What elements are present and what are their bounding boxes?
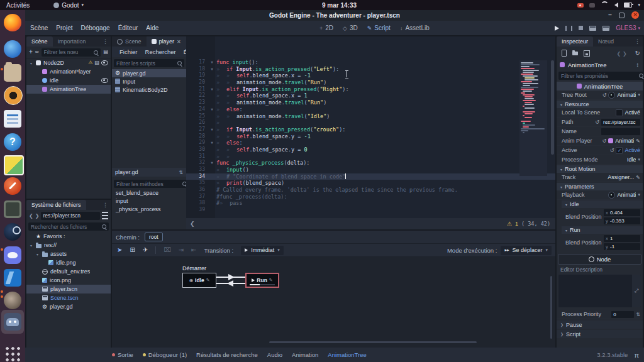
- close-icon[interactable]: ✕: [177, 39, 181, 45]
- wifi-icon[interactable]: [601, 1, 609, 9]
- script-menu-rechercher[interactable]: Rechercher: [145, 48, 176, 55]
- auto-transition-out-icon[interactable]: ⇤: [191, 247, 196, 253]
- process-priority-field[interactable]: 0: [611, 311, 634, 318]
- connect-nodes-icon[interactable]: ✈: [143, 247, 148, 253]
- text-field[interactable]: [601, 128, 640, 135]
- dock-app-writer[interactable]: [4, 110, 21, 128]
- file-tree-item-player-gd[interactable]: ⚙player.gd: [26, 302, 111, 311]
- revert-icon[interactable]: ↺: [595, 119, 599, 125]
- bottom-panel-d-bogueur-1[interactable]: Débogueur (1): [143, 351, 187, 358]
- window-titlebar[interactable]: Godot Engine - The adventurer - player.t…: [25, 10, 644, 21]
- dock-app-screenshot[interactable]: [4, 177, 21, 195]
- dock-app-files[interactable]: [4, 64, 21, 82]
- object-history-icon[interactable]: ↻: [635, 50, 640, 57]
- scene-tree-item-idle[interactable]: idle: [26, 76, 111, 85]
- warning-status[interactable]: ⚠ 1 ( 34, 42): [507, 221, 550, 227]
- load-resource-icon[interactable]: [572, 50, 579, 57]
- dock-app-steam[interactable]: [4, 223, 21, 241]
- dock-app-thunderbird[interactable]: [4, 40, 21, 58]
- code-line-29[interactable]: 29▼»else:: [186, 140, 555, 146]
- code-line-21[interactable]: 21▼»elif Input.is_action_pressed("Right"…: [186, 86, 555, 93]
- script-item-kinematicbody2d[interactable]: KinematicBody2D: [112, 85, 186, 94]
- activities-button[interactable]: Activités: [6, 2, 30, 9]
- revert-icon[interactable]: ↺: [610, 148, 614, 153]
- code-line-36[interactable]: 36# Called every frame. 'delta' is the e…: [186, 187, 555, 194]
- code-line-25[interactable]: 25»»animation_mode.travel("Idle"): [186, 113, 555, 120]
- instance-scene-button[interactable]: ∞: [35, 49, 39, 55]
- code-line-17[interactable]: 17▼func input():: [186, 59, 555, 66]
- battery-icon[interactable]: [624, 3, 632, 8]
- fold-icon[interactable]: ▼: [208, 86, 216, 93]
- bottom-panel-animation[interactable]: Animation: [292, 351, 318, 358]
- scene-filter-input[interactable]: Filtrer les nœu: [42, 48, 101, 57]
- section-root-motion[interactable]: ▾Root Motion: [557, 165, 643, 173]
- dock-app-terminal[interactable]: [4, 200, 21, 218]
- script-tab-scene[interactable]: Scene: [112, 36, 147, 47]
- file-tree-item-res[interactable]: ▾res://: [26, 241, 111, 250]
- edit-icon[interactable]: ✎: [636, 138, 640, 144]
- code-line-20[interactable]: 20»»animation_mode.travel("Run"): [186, 79, 555, 86]
- resource-name[interactable]: Animati: [617, 192, 636, 198]
- revert-icon[interactable]: ↺: [602, 138, 607, 144]
- dock-app-rhythmbox[interactable]: [4, 86, 23, 105]
- code-line-37[interactable]: 37#func _process(delta):: [186, 194, 555, 200]
- vector-field-y[interactable]: y-1: [604, 243, 640, 250]
- script-item-player-gd[interactable]: ⚙player.gd: [112, 69, 186, 77]
- play-custom-scene-button[interactable]: [602, 26, 609, 31]
- bottom-panel-r-sultats-de-recherche[interactable]: Résultats de recherche: [196, 351, 258, 358]
- auto-transition-in-icon[interactable]: ⇥: [179, 247, 184, 253]
- scene-tree-item-animationplayer[interactable]: AnimationPlayer: [26, 67, 111, 76]
- menu-diteur[interactable]: Éditeur: [118, 25, 138, 31]
- collapse-arrow-icon[interactable]: ▾: [35, 252, 40, 256]
- vector-field-x[interactable]: x0.404: [604, 209, 640, 216]
- play-button[interactable]: [555, 26, 559, 31]
- checkbox[interactable]: ✓: [616, 147, 623, 154]
- script-menu-fichier[interactable]: Fichier: [119, 48, 138, 55]
- dock-menu-icon[interactable]: ⋮: [635, 38, 640, 45]
- stop-button[interactable]: [579, 26, 583, 30]
- code-line-35[interactable]: 35»print(blend_space): [186, 180, 555, 187]
- code-line-30[interactable]: 30»»self.blend_space.y = 0: [186, 146, 555, 153]
- vector-field-x[interactable]: x1: [604, 235, 640, 242]
- stepper-icon[interactable]: ⇅: [636, 312, 640, 317]
- file-tree-item-idle-png[interactable]: idle.png: [26, 258, 111, 267]
- workspace-script[interactable]: ✎Script: [367, 25, 391, 31]
- transition-arrows[interactable]: [216, 273, 245, 288]
- chevron-down-icon[interactable]: ▾: [638, 192, 640, 197]
- scene-tree-item-animationtree[interactable]: AnimationTree: [26, 85, 111, 94]
- app-menu[interactable]: Godot ▾: [53, 2, 84, 9]
- code-line-24[interactable]: 24▼»else:: [186, 106, 555, 113]
- code-line-27[interactable]: 27▼»if Input.is_action_pressed("crouch")…: [186, 126, 555, 133]
- current-script-row[interactable]: player.gd ⇅: [112, 168, 186, 177]
- state-node-idle[interactable]: ⊕ Idle ✎: [182, 273, 216, 288]
- code-line-19[interactable]: 19»»self.blend_space.x = -1: [186, 72, 555, 79]
- chevron-down-icon[interactable]: ▾: [638, 157, 640, 162]
- create-node-icon[interactable]: ⊞: [130, 247, 135, 253]
- add-node-button[interactable]: +: [29, 49, 33, 55]
- edit-icon[interactable]: ✎: [269, 278, 273, 283]
- vector-field-y[interactable]: y-0.353: [604, 217, 640, 224]
- scene-tree-item-node2d[interactable]: ▾Node2D⚠▤: [26, 58, 111, 67]
- assign-button[interactable]: Assigner...: [608, 174, 634, 180]
- workspace-assetlib[interactable]: ↓AssetLib: [400, 25, 430, 31]
- fold-icon[interactable]: ▼: [208, 160, 216, 167]
- code-line-28[interactable]: 28»»self.blend_space.y = -1: [186, 133, 555, 140]
- code-line-22[interactable]: 22»»self.blend_space.x = 1: [186, 92, 555, 99]
- dock-app-discord[interactable]: [4, 246, 21, 264]
- delete-node-icon[interactable]: ⌧: [164, 247, 171, 253]
- dock-menu-icon[interactable]: ⋮: [103, 202, 108, 208]
- menu-projet[interactable]: Projet: [56, 25, 72, 31]
- camera-icon[interactable]: [589, 3, 595, 8]
- screen-record-icon[interactable]: [577, 3, 584, 8]
- save-resource-icon[interactable]: [583, 50, 590, 57]
- file-tree-item-default-env-tres[interactable]: default_env.tres: [26, 267, 111, 276]
- menu-sc-ne[interactable]: Scène: [30, 25, 48, 31]
- scripts-filter-input[interactable]: Filtrer les scripts: [114, 59, 184, 67]
- filesystem-tab[interactable]: Système de fichiers: [26, 200, 86, 210]
- code-line-38[interactable]: 38#»pass: [186, 200, 555, 207]
- code-line-32[interactable]: 32▼func _physics_process(delta):: [186, 160, 555, 167]
- method-item-set-blend-space[interactable]: set_blend_space: [112, 189, 186, 197]
- code-line-26[interactable]: 26»: [186, 119, 555, 126]
- property-style-icon[interactable]: ↕: [636, 62, 640, 68]
- section-pause[interactable]: ❯Pause: [557, 321, 643, 329]
